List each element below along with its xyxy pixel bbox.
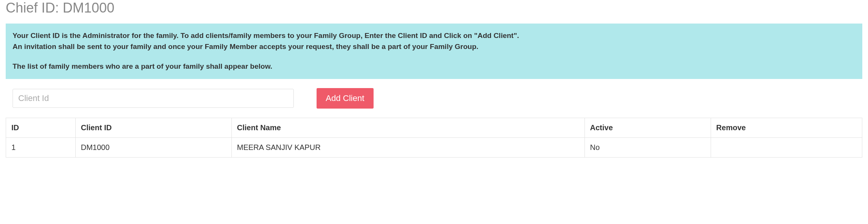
cell-client-name: MEERA SANJIV KAPUR <box>231 137 584 157</box>
banner-line-2: An invitation shall be sent to your fami… <box>13 41 855 52</box>
cell-client-id: DM1000 <box>75 137 231 157</box>
column-header-remove: Remove <box>711 118 862 137</box>
table-row: 1 DM1000 MEERA SANJIV KAPUR No <box>6 137 862 157</box>
column-header-id: ID <box>6 118 76 137</box>
column-header-client-id: Client ID <box>75 118 231 137</box>
client-id-input[interactable] <box>13 89 294 108</box>
page-title: Chief ID: DM1000 <box>6 0 862 16</box>
banner-line-3: The list of family members who are a par… <box>13 61 855 72</box>
cell-remove <box>711 137 862 157</box>
family-members-table: ID Client ID Client Name Active Remove 1… <box>6 118 862 158</box>
table-header-row: ID Client ID Client Name Active Remove <box>6 118 862 137</box>
add-client-row: Add Client <box>6 88 862 109</box>
banner-line-1: Your Client ID is the Administrator for … <box>13 30 855 41</box>
add-client-button[interactable]: Add Client <box>317 88 374 109</box>
column-header-active: Active <box>584 118 711 137</box>
info-banner: Your Client ID is the Administrator for … <box>6 24 862 79</box>
column-header-client-name: Client Name <box>231 118 584 137</box>
cell-active: No <box>584 137 711 157</box>
cell-id: 1 <box>6 137 76 157</box>
